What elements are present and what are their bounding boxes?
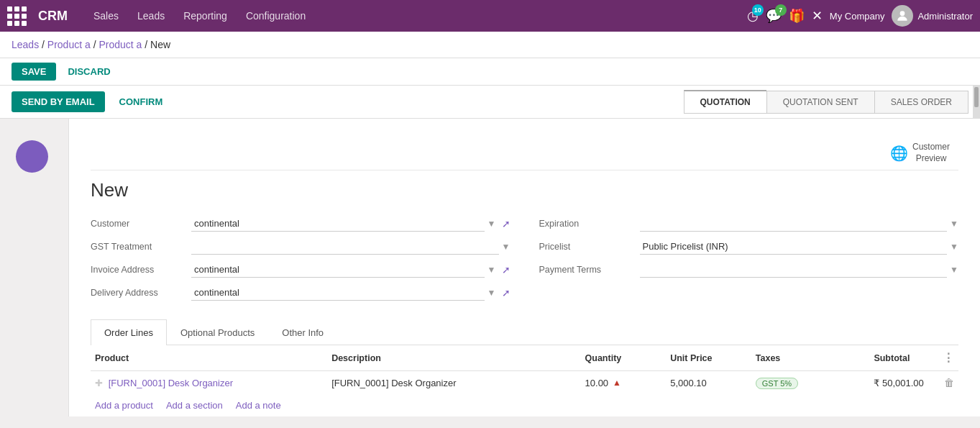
payment-terms-input[interactable] [640,262,948,278]
menu-reporting[interactable]: Reporting [176,7,234,24]
add-links-bar: Add a product Add a section Add a note [91,394,958,416]
invoice-ext-link-icon[interactable]: ➚ [502,264,510,276]
chart-icon[interactable]: ▲ [613,378,621,388]
gst-treatment-input-wrap: ▼ [191,239,510,255]
customer-label: Customer [91,219,191,229]
invoice-address-field-row: Invoice Address ▼ ➚ [91,262,510,278]
confirm-button[interactable]: CONFIRM [114,91,169,112]
pricelist-input[interactable] [640,239,948,255]
company-name[interactable]: My Company [830,11,885,22]
save-button[interactable]: SAVE [12,63,56,81]
invoice-dropdown-arrow[interactable]: ▼ [487,265,496,275]
discard-button[interactable]: DISCARD [62,63,116,81]
expiration-dropdown-arrow[interactable]: ▼ [950,219,958,229]
add-note-link[interactable]: Add a note [236,400,281,411]
send-by-email-button[interactable]: SEND BY EMAIL [12,91,105,112]
order-lines-table: Product Description Quantity Unit Price … [91,345,958,394]
customer-preview-label: CustomerPreview [912,142,950,164]
pricelist-field-row: Pricelist ▼ [539,239,959,255]
add-section-link[interactable]: Add a section [166,400,223,411]
expiration-input-wrap: ▼ [640,216,959,232]
breadcrumb: Leads / Product a / Product a / New [0,32,980,58]
customer-ext-link-icon[interactable]: ➚ [502,218,510,229]
chat-badge: 7 [775,4,787,16]
tax-badge[interactable]: GST 5% [756,378,798,389]
gst-treatment-select[interactable] [191,239,499,255]
th-unit-price: Unit Price [666,345,751,371]
breadcrumb-product-a-2[interactable]: Product a [99,39,142,50]
left-sidebar [0,119,68,416]
form-area: 🌐 CustomerPreview New Customer ▼ ➚ [68,119,980,416]
th-taxes: Taxes [751,345,870,371]
status-sales-order[interactable]: SALES ORDER [874,91,968,114]
th-product: Product [91,345,327,371]
customer-preview-button[interactable]: 🌐 CustomerPreview [890,142,950,164]
action-bar: SAVE DISCARD [0,58,980,86]
order-tabs: Order Lines Optional Products Other Info [91,319,958,345]
pricelist-dropdown-arrow[interactable]: ▼ [950,242,958,252]
delivery-address-input-wrap: ▼ ➚ [191,285,510,301]
payment-terms-input-wrap: ▼ [640,262,959,278]
customer-preview-bar: 🌐 CustomerPreview [91,136,958,170]
row-unit-price[interactable]: 5,000.10 [666,371,751,395]
product-name[interactable]: [FURN_0001] Desk Organizer [109,378,233,388]
row-subtotal: ₹ 50,001.00 [869,371,938,395]
th-actions: ⋮ [938,345,958,371]
top-nav: CRM Sales Leads Reporting Configuration … [0,0,980,32]
delivery-ext-link-icon[interactable]: ➚ [502,287,510,299]
delivery-address-input[interactable] [191,285,485,301]
delivery-dropdown-arrow[interactable]: ▼ [487,288,496,298]
drag-handle-icon[interactable]: ✚ [95,378,103,388]
table-row: ✚ [FURN_0001] Desk Organizer [FURN_0001]… [91,371,958,395]
tab-optional-products[interactable]: Optional Products [167,319,268,345]
quantity-value[interactable]: 10.00 [585,378,609,388]
app-switcher-icon[interactable] [7,6,27,26]
invoice-address-input-wrap: ▼ ➚ [191,262,510,278]
delete-row-icon[interactable]: 🗑 [944,377,954,388]
payment-terms-dropdown-arrow[interactable]: ▼ [950,265,958,275]
avatar [892,5,913,27]
top-menu: Sales Leads Reporting Configuration [86,7,313,24]
form-title: New [91,179,958,201]
add-product-link[interactable]: Add a product [95,400,153,411]
pricelist-input-wrap: ▼ [640,239,959,255]
invoice-address-label: Invoice Address [91,265,191,275]
gift-icon[interactable]: 🎁 [789,8,805,24]
chat-icon[interactable]: 💬 7 [766,8,782,24]
row-product: ✚ [FURN_0001] Desk Organizer [91,371,327,395]
customer-input[interactable] [191,216,485,232]
gst-dropdown-arrow[interactable]: ▼ [502,242,510,252]
status-steps: QUOTATION QUOTATION SENT SALES ORDER [684,90,968,114]
pricelist-label: Pricelist [539,242,640,252]
gst-treatment-label: GST Treatment [91,242,191,252]
globe-icon: 🌐 [890,145,908,162]
status-quotation-sent[interactable]: QUOTATION SENT [766,91,874,114]
row-description[interactable]: [FURN_0001] Desk Organizer [327,371,580,395]
customer-input-wrap: ▼ ➚ [191,216,510,232]
breadcrumb-product-a-1[interactable]: Product a [47,39,91,50]
form-left-column: Customer ▼ ➚ GST Treatment ▼ [91,216,510,308]
close-x-icon[interactable]: ✕ [812,8,823,24]
customer-dropdown-arrow[interactable]: ▼ [487,219,496,229]
tab-order-lines[interactable]: Order Lines [91,319,167,345]
invoice-address-input[interactable] [191,262,485,278]
menu-leads[interactable]: Leads [130,7,172,24]
tab-other-info[interactable]: Other Info [268,319,337,345]
gst-treatment-field-row: GST Treatment ▼ [91,239,510,255]
delivery-address-field-row: Delivery Address ▼ ➚ [91,285,510,301]
menu-sales[interactable]: Sales [86,7,126,24]
brand-name[interactable]: CRM [38,9,68,24]
menu-configuration[interactable]: Configuration [239,7,313,24]
th-description: Description [327,345,580,371]
breadcrumb-leads[interactable]: Leads [12,39,39,50]
status-quotation[interactable]: QUOTATION [684,90,766,114]
nav-right: ◷ 10 💬 7 🎁 ✕ My Company Administrator [747,5,973,27]
breadcrumb-current: New [150,39,170,50]
form-right-column: Expiration ▼ Pricelist ▼ Payment [539,216,959,308]
clock-icon[interactable]: ◷ 10 [747,8,759,24]
th-quantity: Quantity [581,345,667,371]
expiration-input[interactable] [640,216,948,232]
table-more-icon[interactable]: ⋮ [943,352,954,364]
user-menu[interactable]: Administrator [892,5,973,27]
clock-badge: 10 [752,4,764,16]
